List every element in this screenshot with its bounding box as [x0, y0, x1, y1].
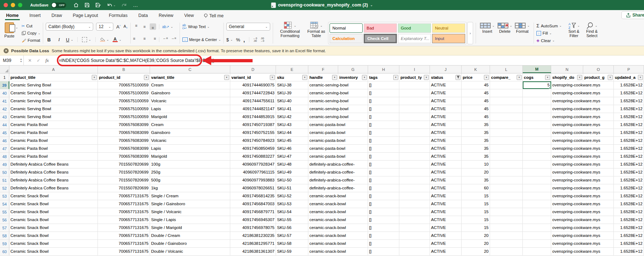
format-as-table-button[interactable]: ⌄ Format as Table	[304, 22, 328, 44]
cell-I-row47[interactable]	[399, 145, 430, 152]
cell-K-row41[interactable]: 45	[462, 97, 490, 105]
cell-P-row53[interactable]: 1.6528E+12	[614, 192, 644, 200]
cell-M-row41[interactable]	[523, 97, 551, 105]
cell-J-row58[interactable]: ACTIVE	[430, 232, 462, 239]
cell-C-row41[interactable]: Volcanic	[150, 97, 230, 105]
cell-B-row46[interactable]: 7006576083099	[98, 137, 150, 144]
cell-C-row51[interactable]: 500g	[150, 176, 230, 184]
cell-A-row44[interactable]: Ceramic Pasta Bowl	[9, 121, 98, 129]
fill-color-button[interactable]: ⌄	[100, 36, 109, 43]
cell-D-row46[interactable]: 40917450784923	[230, 137, 276, 144]
cell-H-row48[interactable]: []	[368, 153, 399, 160]
autosave-toggle[interactable]: OFF	[51, 3, 66, 8]
filter-dropdown-icon[interactable]: ▾	[144, 75, 149, 80]
cell-C-row40[interactable]: Gainsboro	[150, 89, 230, 97]
cell-J-row49[interactable]: ACTIVE	[430, 161, 462, 168]
cell-M-row52[interactable]	[523, 184, 551, 192]
row-header-43[interactable]: 43	[0, 113, 9, 121]
increase-indent-button[interactable]: →≡	[171, 36, 177, 43]
cell-I-row45[interactable]	[399, 129, 430, 136]
cell-I-row51[interactable]	[399, 176, 430, 184]
cell-J-row39[interactable]: ACTIVE	[430, 81, 462, 89]
cell-shopify-domain-row44[interactable]: ovenspring-cookware.mys	[551, 121, 614, 129]
enter-icon[interactable]: ✓	[37, 58, 40, 63]
cell-D-row59[interactable]: 42186381295771	[230, 240, 276, 247]
cell-handle-row58[interactable]: ceramic-snack-bowl	[308, 232, 368, 239]
row-header-51[interactable]: 51	[0, 176, 9, 184]
cell-shopify-domain-row40[interactable]: ovenspring-cookware.mys	[551, 89, 614, 97]
cell-handle-row55[interactable]: ceramic-snack-bowl	[308, 208, 368, 216]
workbook-title-group[interactable]: ovenspring-cookware_myshopify_com (2) ⌄	[271, 3, 373, 8]
cell-handle-row57[interactable]: ceramic-snack-bowl	[308, 224, 368, 232]
header-cell-product_id[interactable]: product_id▾	[98, 73, 150, 81]
cell-B-row49[interactable]: 7015507820699	[98, 161, 150, 168]
cell-H-row60[interactable]: []	[368, 248, 399, 255]
cell-P-row54[interactable]: 1.6528E+12	[614, 200, 644, 208]
cell-L-row59[interactable]	[490, 240, 523, 247]
column-header-O[interactable]: O	[583, 66, 614, 73]
cell-B-row59[interactable]: 7006577131675	[98, 240, 150, 247]
cell-B-row43[interactable]: 7006575100059	[98, 113, 150, 121]
cell-M-row57[interactable]	[523, 224, 551, 232]
row-header-55[interactable]: 55	[0, 208, 9, 216]
cell-B-row51[interactable]: 7015507820699	[98, 176, 150, 184]
cell-I-row42[interactable]	[399, 105, 430, 113]
cell-handle-row40[interactable]: ceramic-serving-bowl	[308, 89, 368, 97]
cell-handle-row47[interactable]: ceramic-pasta-bowl	[308, 145, 368, 152]
cell-K-row53[interactable]: 15	[462, 192, 490, 200]
cell-K-row56[interactable]: 15	[462, 216, 490, 224]
cell-style-calculation[interactable]: Calculation	[330, 34, 363, 43]
cell-P-row42[interactable]: 1.6528E+12	[614, 105, 644, 113]
column-header-M[interactable]: M	[523, 66, 551, 73]
cell-A-row54[interactable]: Ceramic Snack Bowl	[9, 200, 98, 208]
cell-K-row39[interactable]: 45	[462, 81, 490, 89]
cell-M-row47[interactable]	[523, 145, 551, 152]
cell-L-row48[interactable]	[490, 153, 523, 160]
cell-K-row58[interactable]: 20	[462, 232, 490, 239]
filter-dropdown-icon[interactable]: ▾	[332, 75, 337, 80]
cell-J-row48[interactable]: ACTIVE	[430, 153, 462, 160]
cell-E-row47[interactable]: SKU-46	[276, 145, 308, 152]
cell-style-explanatory-t-[interactable]: Explanatory T...	[398, 34, 431, 43]
cell-shopify-domain-row43[interactable]: ovenspring-cookware.mys	[551, 113, 614, 121]
cell-J-row42[interactable]: ACTIVE	[430, 105, 462, 113]
cell-shopify-domain-row59[interactable]: ovenspring-cookware.mys	[551, 240, 614, 247]
align-middle-button[interactable]: ≡	[141, 23, 148, 30]
cell-E-row52[interactable]: SKU-51	[276, 184, 308, 192]
cell-A-row59[interactable]: Ceramic Snack Bowl	[9, 240, 98, 247]
cell-P-row57[interactable]: 1.6528E+12	[614, 224, 644, 232]
filter-dropdown-icon[interactable]: ▾	[424, 75, 429, 80]
cell-C-row54[interactable]: Single / Gainsboro	[150, 200, 230, 208]
cell-C-row52[interactable]: 1kg	[150, 184, 230, 192]
cell-H-row52[interactable]: []	[368, 184, 399, 192]
cell-B-row52[interactable]: 7015507820699	[98, 184, 150, 192]
cell-M-row44[interactable]	[523, 121, 551, 129]
cell-H-row44[interactable]: []	[368, 121, 399, 129]
currency-format-button[interactable]: $ ⌄	[226, 36, 233, 43]
save-as-icon[interactable]	[95, 3, 101, 8]
cell-H-row41[interactable]: []	[368, 97, 399, 105]
cell-L-row57[interactable]	[490, 224, 523, 232]
cell-K-row45[interactable]: 35	[462, 129, 490, 136]
cell-M-row60[interactable]	[523, 248, 551, 255]
cell-A-row42[interactable]: Ceramic Serving Bowl	[9, 105, 98, 113]
cell-E-row53[interactable]: SKU-52	[276, 192, 308, 200]
column-header-N[interactable]: N	[551, 66, 583, 73]
cell-handle-row43[interactable]: ceramic-serving-bowl	[308, 113, 368, 121]
cell-L-row50[interactable]	[490, 169, 523, 176]
cell-C-row44[interactable]: Cream	[150, 121, 230, 129]
filter-dropdown-icon[interactable]: ▾	[484, 75, 489, 80]
cell-D-row60[interactable]: 42186381361307	[230, 248, 276, 255]
cell-D-row48[interactable]: 40917450883227	[230, 153, 276, 160]
cell-J-row45[interactable]: ACTIVE	[430, 129, 462, 136]
cancel-icon[interactable]: ✕	[28, 58, 32, 63]
cell-K-row50[interactable]: 20	[462, 169, 490, 176]
align-top-button[interactable]: ≡	[133, 23, 140, 30]
cell-E-row55[interactable]: SKU-54	[276, 208, 308, 216]
cell-L-row51[interactable]	[490, 176, 523, 184]
cell-H-row50[interactable]: []	[368, 169, 399, 176]
cell-P-row46[interactable]: 1.6528E+12	[614, 137, 644, 144]
underline-button[interactable]: U ⌄	[66, 36, 73, 43]
cell-M-row48[interactable]	[523, 153, 551, 160]
cell-L-row39[interactable]	[490, 81, 523, 89]
